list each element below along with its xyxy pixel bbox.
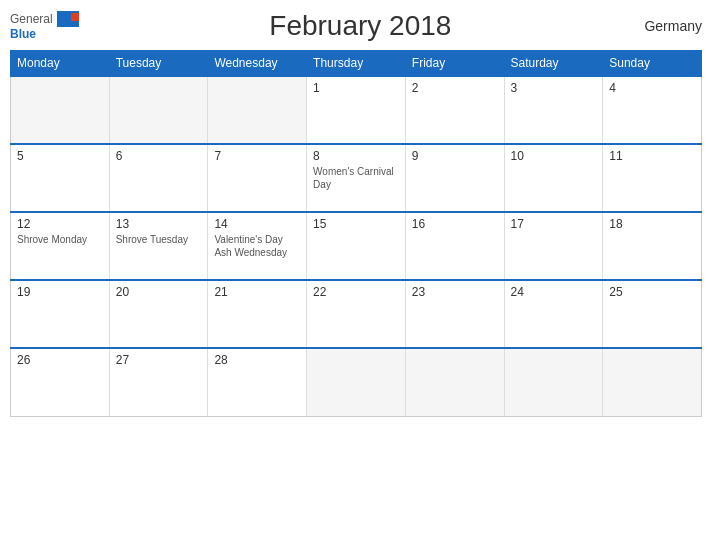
calendar-header-row: Monday Tuesday Wednesday Thursday Friday… (11, 51, 702, 77)
table-row: 22 (307, 280, 406, 348)
event-label: Women's Carnival Day (313, 165, 399, 191)
col-saturday: Saturday (504, 51, 603, 77)
calendar-header: General Blue February 2018 Germany (10, 10, 702, 42)
table-row: 2 (405, 76, 504, 144)
table-row: 13Shrove Tuesday (109, 212, 208, 280)
table-row: 25 (603, 280, 702, 348)
day-number: 5 (17, 149, 103, 163)
day-number: 6 (116, 149, 202, 163)
table-row: 15 (307, 212, 406, 280)
day-number: 3 (511, 81, 597, 95)
col-wednesday: Wednesday (208, 51, 307, 77)
day-number: 2 (412, 81, 498, 95)
day-number: 1 (313, 81, 399, 95)
event-label: Valentine's Day (214, 233, 300, 246)
event-label: Shrove Monday (17, 233, 103, 246)
table-row: 24 (504, 280, 603, 348)
logo-icon (57, 11, 79, 27)
table-row (11, 76, 110, 144)
day-number: 18 (609, 217, 695, 231)
table-row: 26 (11, 348, 110, 416)
col-friday: Friday (405, 51, 504, 77)
table-row: 12Shrove Monday (11, 212, 110, 280)
col-monday: Monday (11, 51, 110, 77)
day-number: 20 (116, 285, 202, 299)
table-row (208, 76, 307, 144)
logo-general-text: General (10, 12, 53, 26)
table-row: 20 (109, 280, 208, 348)
day-number: 25 (609, 285, 695, 299)
table-row: 16 (405, 212, 504, 280)
table-row: 6 (109, 144, 208, 212)
table-row (603, 348, 702, 416)
svg-marker-2 (71, 13, 79, 21)
day-number: 28 (214, 353, 300, 367)
day-number: 16 (412, 217, 498, 231)
calendar-body: 12345678Women's Carnival Day9101112Shrov… (11, 76, 702, 416)
logo: General Blue (10, 11, 79, 41)
day-number: 14 (214, 217, 300, 231)
day-number: 23 (412, 285, 498, 299)
logo-blue-text: Blue (10, 27, 36, 41)
day-number: 4 (609, 81, 695, 95)
table-row: 17 (504, 212, 603, 280)
table-row: 19 (11, 280, 110, 348)
table-row: 7 (208, 144, 307, 212)
table-row (307, 348, 406, 416)
day-number: 10 (511, 149, 597, 163)
table-row: 4 (603, 76, 702, 144)
col-sunday: Sunday (603, 51, 702, 77)
day-number: 26 (17, 353, 103, 367)
day-number: 12 (17, 217, 103, 231)
day-number: 7 (214, 149, 300, 163)
table-row: 9 (405, 144, 504, 212)
table-row: 18 (603, 212, 702, 280)
day-number: 19 (17, 285, 103, 299)
day-number: 9 (412, 149, 498, 163)
day-number: 13 (116, 217, 202, 231)
table-row: 8Women's Carnival Day (307, 144, 406, 212)
day-number: 24 (511, 285, 597, 299)
table-row (504, 348, 603, 416)
table-row (109, 76, 208, 144)
day-number: 11 (609, 149, 695, 163)
table-row: 1 (307, 76, 406, 144)
event-label: Shrove Tuesday (116, 233, 202, 246)
col-tuesday: Tuesday (109, 51, 208, 77)
table-row: 3 (504, 76, 603, 144)
day-number: 15 (313, 217, 399, 231)
day-number: 21 (214, 285, 300, 299)
event-label: Ash Wednesday (214, 246, 300, 259)
table-row: 11 (603, 144, 702, 212)
calendar-title: February 2018 (79, 10, 642, 42)
table-row: 10 (504, 144, 603, 212)
day-number: 27 (116, 353, 202, 367)
table-row (405, 348, 504, 416)
day-number: 17 (511, 217, 597, 231)
table-row: 14Valentine's DayAsh Wednesday (208, 212, 307, 280)
calendar-table: Monday Tuesday Wednesday Thursday Friday… (10, 50, 702, 417)
country-label: Germany (642, 18, 702, 34)
table-row: 23 (405, 280, 504, 348)
table-row: 28 (208, 348, 307, 416)
day-number: 22 (313, 285, 399, 299)
table-row: 21 (208, 280, 307, 348)
col-thursday: Thursday (307, 51, 406, 77)
table-row: 27 (109, 348, 208, 416)
svg-rect-3 (57, 11, 69, 27)
table-row: 5 (11, 144, 110, 212)
day-number: 8 (313, 149, 399, 163)
